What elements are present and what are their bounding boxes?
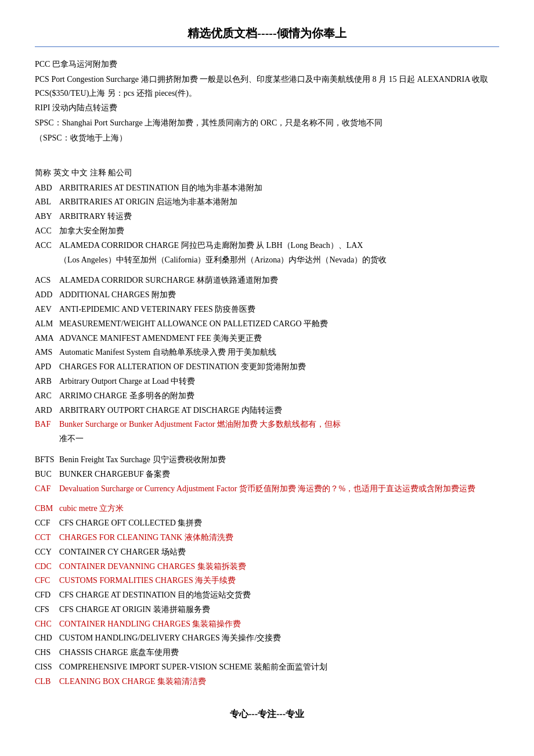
list-item: ALMMEASUREMENT/WEIGHT ALLOWANCE ON PALLE… <box>35 317 499 331</box>
entry-content: ADDITIONAL CHARGES 附加费 <box>59 288 499 302</box>
entry-abbr: CLB <box>35 675 59 689</box>
entry-abbr: CFS <box>35 603 59 617</box>
list-item: ACSALAMEDA CORRIDOR SURCHARGE 林荫道铁路通道附加费 <box>35 273 499 287</box>
entry-content: CUSTOM HANDLING/DELIVERY CHARGES 海关操作/交接… <box>59 631 499 645</box>
entry-abbr: ADD <box>35 288 59 302</box>
list-item: CFCCUSTOMS FORMALITIES CHARGES 海关手续费 <box>35 574 499 588</box>
list-item: CHSCHASSIS CHARGE 底盘车使用费 <box>35 646 499 660</box>
entry-abbr: ACC <box>35 239 59 253</box>
table-header: 简称 英文 中文 注释 船公司 <box>35 166 499 180</box>
list-item: 准不一 <box>35 432 499 446</box>
list-item: ABLARBITRARIES AT ORIGIN 启运地为非基本港附加 <box>35 195 499 209</box>
entry-abbr: CDC <box>35 560 59 574</box>
page-title: 精选优质文档-----倾情为你奉上 <box>35 23 499 43</box>
list-item: AMSAutomatic Manifest System 自动舱单系统录入费 用… <box>35 345 499 359</box>
list-item: CAFDevaluation Surcharge or Currency Adj… <box>35 482 499 496</box>
entry-abbr: AMA <box>35 332 59 345</box>
list-item: ADDADDITIONAL CHARGES 附加费 <box>35 288 499 302</box>
intro-ripi: RIPI 没动内陆点转运费 <box>35 101 499 115</box>
entry-content: ARBITRARIES AT ORIGIN 启运地为非基本港附加 <box>59 195 499 209</box>
list-item: CHCCONTAINER HANDLING CHARGES 集装箱操作费 <box>35 617 499 631</box>
entry-content: CHARGES FOR ALLTERATION OF DESTINATION 变… <box>59 360 499 374</box>
spacer-23 <box>35 496 499 502</box>
list-item: ABYARBITRARY 转运费 <box>35 210 499 224</box>
entry-abbr: CCF <box>35 516 59 530</box>
entry-content: BUNKER CHARGEBUF 备案费 <box>59 467 499 481</box>
list-item: CLBCLEANING BOX CHARGE 集装箱清洁费 <box>35 675 499 689</box>
list-item: BUCBUNKER CHARGEBUF 备案费 <box>35 467 499 481</box>
entry-abbr: BUC <box>35 467 59 481</box>
entry-abbr: ABL <box>35 195 59 209</box>
entry-abbr: CFD <box>35 588 59 602</box>
entry-content: cubic metre 立方米 <box>59 502 499 516</box>
intro-block: PCC 巴拿马运河附加费 PCS Port Congestion Surchar… <box>35 57 499 145</box>
entry-abbr: CHD <box>35 631 59 645</box>
entry-content: CLEANING BOX CHARGE 集装箱清洁费 <box>59 675 499 689</box>
entry-abbr: ABD <box>35 181 59 195</box>
entry-content: Arbitrary Outport Charge at Load 中转费 <box>59 375 499 388</box>
entry-content: ALAMEDA CORRIDOR SURCHARGE 林荫道铁路通道附加费 <box>59 273 499 287</box>
entry-abbr: BAF <box>35 417 59 431</box>
entries-container: ABDARBITRARIES AT DESTINATION 目的地为非基本港附加… <box>35 181 499 689</box>
entry-content: 加拿大安全附加费 <box>59 224 499 238</box>
entry-abbr: CCY <box>35 545 59 559</box>
entry-content: CHARGES FOR CLEANING TANK 液体舱清洗费 <box>59 531 499 545</box>
entry-abbr: ACC <box>35 224 59 238</box>
entry-abbr: ARD <box>35 404 59 417</box>
entry-content: CFS CHARGE AT DESTINATION 目的地货运站交货费 <box>59 588 499 602</box>
list-item: CFSCFS CHARGE AT ORIGIN 装港拼箱服务费 <box>35 603 499 617</box>
entry-abbr: CHS <box>35 646 59 660</box>
entry-content: Automatic Manifest System 自动舱单系统录入费 用于美加… <box>59 345 499 359</box>
list-item: ABDARBITRARIES AT DESTINATION 目的地为非基本港附加 <box>35 181 499 195</box>
list-item: APDCHARGES FOR ALLTERATION OF DESTINATIO… <box>35 360 499 374</box>
title-divider <box>35 46 499 47</box>
list-item: ACC 加拿大安全附加费 <box>35 224 499 238</box>
entry-abbr: CFC <box>35 574 59 588</box>
entry-content: Benin Freight Tax Surchage 贝宁运费税收附加费 <box>59 453 499 467</box>
entry-content: Devaluation Surcharge or Currency Adjust… <box>59 482 499 496</box>
intro-spsc1: SPSC：Shanghai Port Surcharge 上海港附加费，其性质同… <box>35 116 499 130</box>
list-item: BFTS Benin Freight Tax Surchage 贝宁运费税收附加… <box>35 453 499 467</box>
entry-abbr: AMS <box>35 345 59 359</box>
list-item: ARBArbitrary Outport Charge at Load 中转费 <box>35 375 499 388</box>
intro-spsc2: （SPSC：收货地于上海） <box>35 131 499 145</box>
entry-content: CONTAINER HANDLING CHARGES 集装箱操作费 <box>59 617 499 631</box>
spacer-6 <box>35 268 499 273</box>
list-item: CCTCHARGES FOR CLEANING TANK 液体舱清洗费 <box>35 531 499 545</box>
list-item: CDCCONTAINER DEVANNING CHARGES 集装箱拆装费 <box>35 560 499 574</box>
entry-content: CUSTOMS FORMALITIES CHARGES 海关手续费 <box>59 574 499 588</box>
entry-content: ALAMEDA CORRIDOR CHARGE 阿拉巴马走廊附加费 从 LBH（… <box>59 239 499 253</box>
spacer-19 <box>35 447 499 453</box>
entry-content: MEASUREMENT/WEIGHT ALLOWANCE ON PALLETIZ… <box>59 317 499 331</box>
entry-content: Bunker Surcharge or Bunker Adjustment Fa… <box>59 417 499 431</box>
list-item: CBMcubic metre 立方米 <box>35 502 499 516</box>
entry-content: CONTAINER CY CHARGER 场站费 <box>59 545 499 559</box>
list-item: CHDCUSTOM HANDLING/DELIVERY CHARGES 海关操作… <box>35 631 499 645</box>
list-item: AEVANTI-EPIDEMIC AND VETERINARY FEES 防疫兽… <box>35 303 499 316</box>
list-item: ACCALAMEDA CORRIDOR CHARGE 阿拉巴马走廊附加费 从 L… <box>35 239 499 253</box>
entry-abbr: ABY <box>35 210 59 224</box>
list-item: CCYCONTAINER CY CHARGER 场站费 <box>35 545 499 559</box>
entry-abbr: CISS <box>35 660 59 674</box>
entry-content: ANTI-EPIDEMIC AND VETERINARY FEES 防疫兽医费 <box>59 303 499 316</box>
list-item: ARDARBITRARY OUTPORT CHARGE AT DISCHARGE… <box>35 404 499 417</box>
entry-content: CHASSIS CHARGE 底盘车使用费 <box>59 646 499 660</box>
entry-abbr: AEV <box>35 303 59 316</box>
entry-content: ADVANCE MANIFEST AMENDMENT FEE 美海关更正费 <box>59 332 499 345</box>
entry-content: ARBITRARY OUTPORT CHARGE AT DISCHARGE 内陆… <box>59 404 499 417</box>
list-item: CFDCFS CHARGE AT DESTINATION 目的地货运站交货费 <box>35 588 499 602</box>
entry-content: CONTAINER DEVANNING CHARGES 集装箱拆装费 <box>59 560 499 574</box>
entry-content: ARBITRARIES AT DESTINATION 目的地为非基本港附加 <box>59 181 499 195</box>
entry-content: ARRIMO CHARGE 圣多明各的附加费 <box>59 389 499 403</box>
intro-pcc: PCC 巴拿马运河附加费 <box>35 57 499 71</box>
list-item: ARCARRIMO CHARGE 圣多明各的附加费 <box>35 389 499 403</box>
entry-abbr: ACS <box>35 273 59 287</box>
entry-abbr: CHC <box>35 617 59 631</box>
footer-text: 专心---专注---专业 <box>35 706 499 722</box>
entry-content: ARBITRARY 转运费 <box>59 210 499 224</box>
entry-abbr: APD <box>35 360 59 374</box>
list-item: （Los Angeles）中转至加州（California）亚利桑那州（Ariz… <box>35 253 499 267</box>
list-item: CCFCFS CHARGE OFT COLLECTED 集拼费 <box>35 516 499 530</box>
entry-abbr: ARB <box>35 375 59 388</box>
entry-abbr: CAF <box>35 482 59 496</box>
